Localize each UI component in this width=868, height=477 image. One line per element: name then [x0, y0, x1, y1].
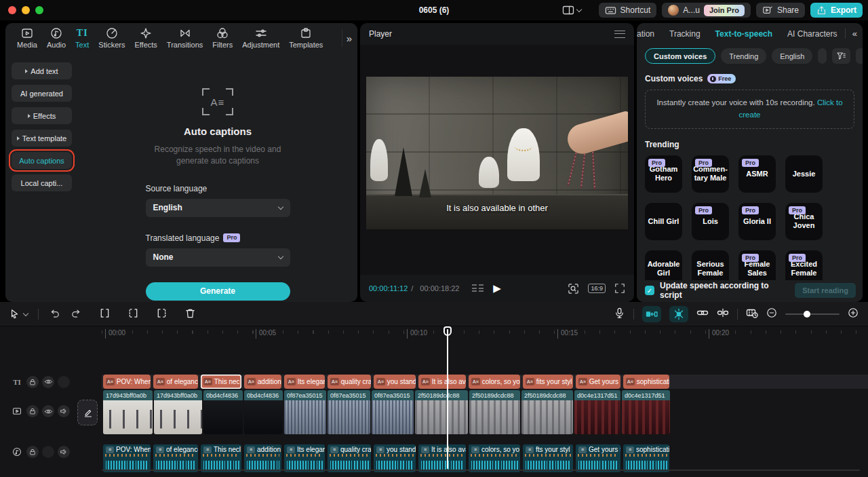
play-button[interactable]: ▶	[493, 282, 501, 294]
tab-effects[interactable]: Effects	[130, 27, 161, 49]
timeline-ruler[interactable]: 00:0000:0500:1000:1500:20	[0, 326, 868, 341]
redo-button[interactable]	[71, 307, 82, 322]
voice-card[interactable]: Pro Chill Girl	[645, 203, 682, 240]
tab-adjustment[interactable]: Adjustment	[237, 27, 284, 49]
lock-track-button[interactable]	[26, 405, 39, 417]
video-clip[interactable]: 17d943bff0a0b	[103, 390, 153, 434]
delete-right-button[interactable]	[156, 307, 167, 322]
split-button[interactable]	[99, 307, 111, 322]
audio-segment[interactable]: colors, so yo	[469, 444, 520, 472]
translated-language-select[interactable]: None	[146, 248, 290, 267]
lock-track-button[interactable]	[26, 376, 39, 388]
sidebar-item-effects[interactable]: Effects	[12, 107, 72, 124]
audio-segment[interactable]: POV: When	[103, 444, 151, 472]
shortcut-button[interactable]: Shortcut	[599, 3, 657, 18]
sidebar-item-auto-captions[interactable]: Auto captions	[12, 152, 72, 169]
voice-card[interactable]: Pro Gloria II	[738, 203, 776, 240]
delete-button[interactable]	[184, 307, 196, 322]
video-clip[interactable]: 0f87ea35015	[284, 390, 326, 434]
link-button[interactable]	[696, 307, 709, 322]
filter-english[interactable]: English	[772, 48, 812, 64]
tab-tracking[interactable]: Tracking	[662, 29, 708, 39]
undo-button[interactable]	[49, 307, 60, 322]
caption-segment[interactable]: This nec	[201, 375, 241, 389]
audio-segment[interactable]: Get yours t	[576, 444, 620, 472]
caption-segment[interactable]: colors, so yo	[469, 375, 520, 389]
caption-segment[interactable]: sophisticati	[623, 375, 669, 389]
playhead[interactable]	[447, 329, 448, 469]
tab-ai-characters[interactable]: AI Characters	[780, 29, 844, 39]
voice-card[interactable]: Pro Serious Female	[692, 250, 729, 284]
caption-segment[interactable]: quality cra	[328, 375, 371, 389]
video-clip[interactable]: 0bd4cf4836	[203, 390, 243, 434]
filter-custom-voices[interactable]: Custom voices	[645, 48, 715, 64]
preview-quality-icon[interactable]	[568, 283, 579, 294]
caption-segment[interactable]: you stand	[374, 375, 416, 389]
voice-card[interactable]: Pro Adorable Girl	[645, 250, 682, 284]
share-button[interactable]: Share	[756, 3, 805, 18]
tab-filters[interactable]: Filters	[208, 27, 237, 49]
select-tool[interactable]	[9, 309, 28, 320]
update-speech-checkbox[interactable]: ✓	[645, 286, 654, 295]
aspect-ratio-button[interactable]: 16:9	[588, 284, 606, 293]
video-clip[interactable]: 0f87ea35015	[372, 390, 414, 434]
video-clip[interactable]: 0f87ea35015	[328, 390, 370, 434]
filter-trending[interactable]: Trending	[721, 48, 766, 64]
audio-segment[interactable]: fts your styl	[523, 444, 573, 472]
voice-card[interactable]: Pro Female Sales	[738, 250, 776, 284]
voice-card[interactable]: Pro Excited Female	[785, 250, 823, 284]
voiceover-button[interactable]	[614, 307, 625, 322]
preview-axis-button[interactable]	[746, 307, 758, 322]
caption-segment[interactable]: Its elegant	[284, 375, 325, 389]
tab-text[interactable]: TI Text	[71, 27, 94, 49]
start-reading-button[interactable]: Start reading	[795, 283, 856, 298]
generate-button[interactable]: Generate	[146, 282, 290, 301]
delete-left-button[interactable]	[127, 307, 139, 322]
sidebar-item-ai-generated[interactable]: AI generated	[12, 85, 72, 102]
timeline-scrollbar[interactable]	[102, 470, 860, 471]
video-clip[interactable]: 2f50189dcdc88	[415, 390, 468, 434]
sidebar-item-text-template[interactable]: Text template	[12, 130, 72, 147]
edit-cover-button[interactable]	[77, 400, 98, 425]
audio-segment[interactable]: Its elegant	[284, 444, 325, 472]
voice-card[interactable]: Pro Jessie	[785, 155, 823, 193]
audio-segment[interactable]: you stand	[374, 444, 416, 472]
player-menu-icon[interactable]	[614, 31, 625, 38]
audio-segment[interactable]: of elegance	[153, 444, 198, 472]
tab-media[interactable]: Media	[12, 27, 42, 49]
voice-card[interactable]: Pro Chica Joven	[785, 203, 823, 240]
video-clip[interactable]: 2f50189dcdc88	[469, 390, 520, 434]
hide-track-button[interactable]	[42, 376, 54, 388]
caption-list-icon[interactable]	[472, 284, 484, 293]
account-button[interactable]: A...u Join Pro	[662, 3, 751, 18]
video-clip[interactable]: 2f50189dcdc88	[521, 390, 573, 434]
zoom-in-button[interactable]	[848, 307, 859, 321]
voice-card[interactable]: Pro Commen-tary Male	[692, 155, 729, 193]
filter-cut-pill[interactable]	[818, 48, 827, 64]
snapping-toggle[interactable]	[669, 306, 688, 322]
video-preview[interactable]: It is also available in other	[366, 77, 628, 229]
voice-sort-button[interactable]	[856, 48, 863, 64]
video-clip[interactable]: 0bd4cf4836	[244, 390, 283, 434]
caption-segment[interactable]: POV: When	[103, 375, 151, 389]
caption-segment[interactable]: It is also ava	[418, 375, 466, 389]
audio-segment[interactable]: sophisticati	[623, 444, 669, 472]
voice-card[interactable]: Pro ASMR	[738, 155, 776, 193]
hide-track-button[interactable]	[42, 446, 54, 458]
video-clip[interactable]: 17d943bff0a0b	[154, 390, 202, 434]
collapse-panel-button[interactable]: «	[845, 28, 857, 39]
video-clip[interactable]: d0c4e1317d51	[622, 390, 670, 434]
more-tabs-button[interactable]: »	[342, 29, 352, 47]
audio-segment[interactable]: It is also avai	[418, 444, 466, 472]
source-language-select[interactable]: English	[146, 199, 290, 217]
zoom-out-button[interactable]	[766, 307, 777, 321]
caption-segment[interactable]: Get yours f	[576, 375, 620, 389]
mute-track-button[interactable]	[58, 446, 70, 458]
voice-filter-button[interactable]	[832, 48, 850, 64]
hide-track-button[interactable]	[42, 405, 54, 417]
caption-segment[interactable]: of elegance	[153, 375, 198, 389]
join-pro-button[interactable]: Join Pro	[704, 5, 745, 16]
audio-segment[interactable]: quality cra	[328, 444, 371, 472]
sidebar-item-add-text[interactable]: Add text	[12, 62, 72, 79]
fullscreen-icon[interactable]	[614, 283, 625, 294]
